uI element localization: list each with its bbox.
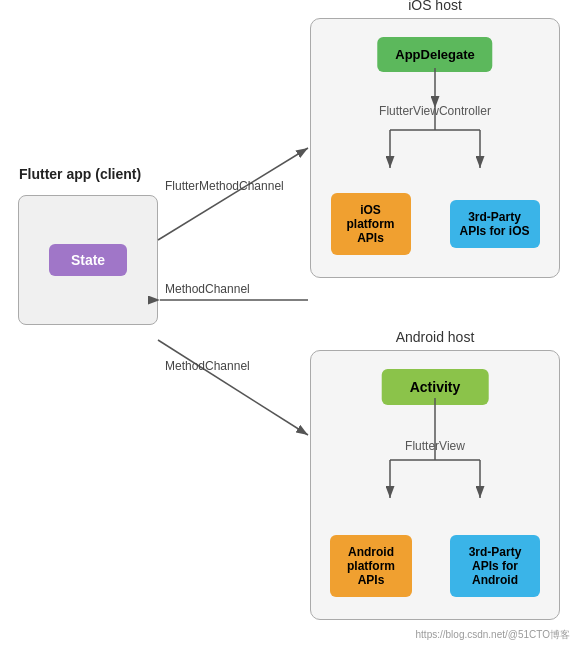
flutter-client-label: Flutter app (client) — [19, 166, 141, 182]
state-box: State — [49, 244, 127, 276]
flutter-method-channel-label: FlutterMethodChannel — [165, 179, 284, 193]
android-host-label: Android host — [311, 329, 559, 345]
ios-platform-apis-box: iOSplatformAPIs — [331, 193, 411, 255]
watermark-text: https://blog.csdn.net/@51CTO博客 — [416, 628, 570, 642]
flutter-client-box: Flutter app (client) State — [18, 195, 158, 325]
android-3rdparty-apis-box: 3rd-PartyAPIs forAndroid — [450, 535, 540, 597]
android-apis-row: AndroidplatformAPIs 3rd-PartyAPIs forAnd… — [311, 535, 559, 597]
method-channel-upper-label: MethodChannel — [165, 282, 250, 296]
android-platform-apis-box: AndroidplatformAPIs — [330, 535, 412, 597]
flutter-view-label: FlutterView — [405, 439, 465, 453]
ios-3rdparty-apis-box: 3rd-PartyAPIs for iOS — [450, 200, 540, 248]
flutter-view-controller-label: FlutterViewController — [379, 104, 491, 118]
svg-line-4 — [158, 340, 308, 435]
svg-line-2 — [158, 148, 308, 240]
app-delegate-box: AppDelegate — [377, 37, 492, 72]
activity-box: Activity — [382, 369, 489, 405]
android-host-box: Android host Activity FlutterView Androi… — [310, 350, 560, 620]
method-channel-lower-label: MethodChannel — [165, 359, 250, 373]
diagram-container: Flutter app (client) State iOS host AppD… — [0, 0, 580, 647]
ios-apis-row: iOSplatformAPIs 3rd-PartyAPIs for iOS — [311, 193, 559, 255]
ios-host-label: iOS host — [311, 0, 559, 13]
ios-host-box: iOS host AppDelegate FlutterViewControll… — [310, 18, 560, 278]
